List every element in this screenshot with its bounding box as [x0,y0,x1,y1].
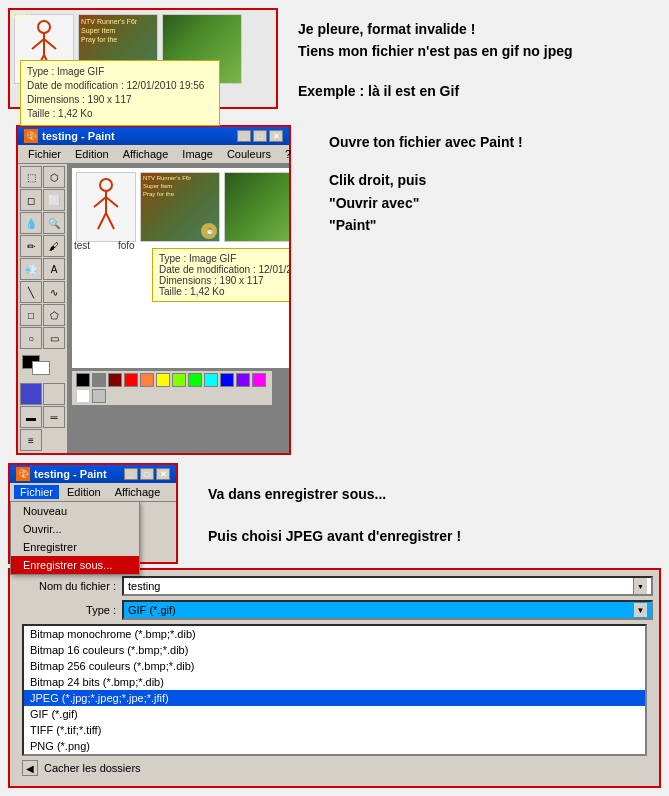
menu-item-ouvrir[interactable]: Ouvrir... [11,520,139,538]
color-section [20,353,65,379]
tool-select-rect[interactable]: ⬚ [20,166,42,188]
filetype-item-2[interactable]: Bitmap 256 couleurs (*.bmp;*.dib) [24,658,645,674]
filetype-list: Bitmap monochrome (*.bmp;*.dib) Bitmap 1… [22,624,647,756]
shape-opt1[interactable] [20,383,42,405]
menu-edition[interactable]: Edition [69,147,115,161]
type-dropdown-arrow[interactable]: ▼ [633,603,647,617]
color-preview [22,355,50,375]
swatch-gray[interactable] [92,373,106,387]
tool-brush[interactable]: 🖌 [43,235,65,257]
swatch-darkred[interactable] [108,373,122,387]
type-dropdown[interactable]: GIF (*.gif) ▼ [122,600,653,620]
tool-curve[interactable]: ∿ [43,281,65,303]
section2-wrapper: 🎨 testing - Paint _ □ ✕ Fichier Edition … [8,121,661,459]
filetype-item-6[interactable]: TIFF (*.tif;*.tiff) [24,722,645,738]
shape-opt2[interactable] [43,383,65,405]
tool-zoom[interactable]: 🔍 [43,212,65,234]
menu2-edition[interactable]: Edition [61,485,107,499]
minimize-button2[interactable]: _ [124,468,138,480]
shape-opt5[interactable]: ≡ [20,429,42,451]
swatch-white[interactable] [76,389,90,403]
menu-item-nouveau[interactable]: Nouveau [11,502,139,520]
instruction-line1: Je pleure, format invalide ! [298,18,651,40]
menu-item-enregistrer[interactable]: Enregistrer [11,538,139,556]
paint-titlebar2: 🎨 testing - Paint _ □ ✕ [10,465,176,483]
paint-canvas: NTV Runner's F6rSuper ItemPray for the ⌚… [72,168,289,368]
svg-point-6 [100,179,112,191]
paint-menubar: Fichier Edition Affichage Image Couleurs… [18,145,289,164]
menu2-fichier[interactable]: Fichier [14,485,59,499]
paint-instruction4: "Paint" [329,214,641,236]
tool-dropper[interactable]: 💧 [20,212,42,234]
tool-rect[interactable]: □ [20,304,42,326]
filetype-item-0[interactable]: Bitmap monochrome (*.bmp;*.dib) [24,626,645,642]
swatch-magenta[interactable] [252,373,266,387]
menu-item-enregistrer-sous[interactable]: Enregistrer sous... [11,556,139,574]
section3-instructions: Va dans enregistrer sous... Puis choisi … [188,463,661,564]
menu-affichage[interactable]: Affichage [117,147,175,161]
tool-ellipse[interactable]: ○ [20,327,42,349]
tool-airbrush[interactable]: 💨 [20,258,42,280]
menu-image[interactable]: Image [176,147,219,161]
swatch-purple[interactable] [236,373,250,387]
close-button2[interactable]: ✕ [156,468,170,480]
tool-text[interactable]: A [43,258,65,280]
tool-eraser[interactable]: ◻ [20,189,42,211]
instruction-line2: Tiens mon fichier n'est pas en gif no jp… [298,40,651,62]
saveas-instruction1: Va dans enregistrer sous... [208,483,641,505]
swatch-yellow[interactable] [156,373,170,387]
swatch-green[interactable] [188,373,202,387]
swatch-orange[interactable] [140,373,154,387]
tool-select-free[interactable]: ⬡ [43,166,65,188]
maximize-button2[interactable]: □ [140,468,154,480]
swatch-cyan[interactable] [204,373,218,387]
filetype-item-3[interactable]: Bitmap 24 bits (*.bmp;*.dib) [24,674,645,690]
menu2-affichage[interactable]: Affichage [109,485,167,499]
svg-point-0 [38,21,50,33]
minimize-button[interactable]: _ [237,130,251,142]
shape-options: ▬ ═ ≡ [20,383,65,451]
maximize-button[interactable]: □ [253,130,267,142]
filetype-item-1[interactable]: Bitmap 16 couleurs (*.bmp;*.dib) [24,642,645,658]
filetype-item-5[interactable]: GIF (*.gif) [24,706,645,722]
canvas-tooltip: Type : Image GIF Date de modification : … [152,248,289,302]
filetype-item-7[interactable]: PNG (*.png) [24,738,645,754]
tool-polygon[interactable]: ⬠ [43,304,65,326]
titlebar2-buttons[interactable]: _ □ ✕ [124,468,170,480]
saveas-dialog: Nom du fichier : testing ▼ Type : GIF (*… [8,568,661,788]
swatch-silver[interactable] [92,389,106,403]
tool-pencil[interactable]: ✏ [20,235,42,257]
menu-fichier[interactable]: Fichier [22,147,67,161]
tool-fill[interactable]: ⬜ [43,189,65,211]
filename-input[interactable]: testing ▼ [122,576,653,596]
example-text: Exemple : là il est en Gif [298,83,651,99]
menu-help[interactable]: ? [279,147,297,161]
paint-toolbar: ⬚ ⬡ ◻ ⬜ 💧 🔍 ✏ 🖌 💨 A ╲ ∿ □ ⬠ ○ ▭ [18,164,68,453]
svg-line-2 [32,39,44,49]
canvas-filename: test fofo [74,240,135,251]
swatch-blue[interactable] [220,373,234,387]
shape-opt3[interactable]: ▬ [20,406,42,428]
shape-opt4[interactable]: ═ [43,406,65,428]
svg-line-10 [98,213,106,229]
paint-icon2: 🎨 [16,467,30,481]
close-button[interactable]: ✕ [269,130,283,142]
paint-canvas-area: NTV Runner's F6rSuper ItemPray for the ⌚… [68,164,289,453]
color-background[interactable] [32,361,50,375]
tool-line[interactable]: ╲ [20,281,42,303]
swatch-red[interactable] [124,373,138,387]
hide-folders-icon: ◀ [22,760,38,776]
section2-instructions: Ouvre ton fichier avec Paint ! Clik droi… [309,121,661,459]
filename-dropdown-arrow[interactable]: ▼ [633,578,647,594]
swatch-black[interactable] [76,373,90,387]
titlebar-buttons[interactable]: _ □ ✕ [237,130,283,142]
paint-window: 🎨 testing - Paint _ □ ✕ Fichier Edition … [16,125,291,455]
hide-folders-label: Cacher les dossiers [44,762,141,774]
filetype-item-4[interactable]: JPEG (*.jpg;*.jpeg;*.jpe;*.jfif) [24,690,645,706]
swatch-lime[interactable] [172,373,186,387]
paint-window2: 🎨 testing - Paint _ □ ✕ Fichier Edition … [8,463,178,564]
svg-line-9 [106,197,118,207]
paint-colorbar [72,370,272,405]
tool-rounded-rect[interactable]: ▭ [43,327,65,349]
menu-couleurs[interactable]: Couleurs [221,147,277,161]
